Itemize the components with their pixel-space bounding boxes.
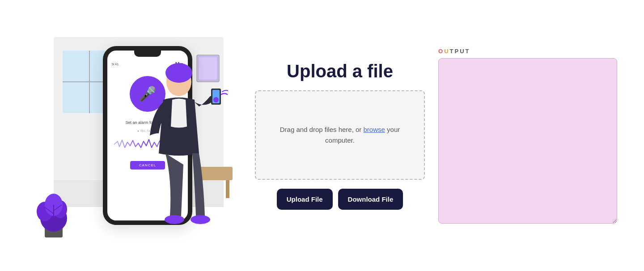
svg-point-23 bbox=[165, 215, 184, 224]
svg-point-24 bbox=[191, 215, 210, 224]
svg-point-22 bbox=[213, 97, 219, 102]
plant-decoration bbox=[36, 185, 72, 238]
browse-link[interactable]: browse bbox=[364, 126, 385, 133]
person-figure bbox=[130, 55, 228, 243]
upload-file-button[interactable]: Upload File bbox=[277, 189, 333, 210]
dropzone-text: Drag and drop files here, or browse your… bbox=[265, 124, 415, 146]
output-label: OUTPUT bbox=[438, 48, 617, 55]
illustration-area: 9:41 ▐▐ ◼ 🎤 Set an alarm for 7:30 am ● Y… bbox=[27, 19, 242, 252]
button-row: Upload File Download File bbox=[277, 189, 403, 210]
upload-title: Upload a file bbox=[287, 61, 393, 81]
download-file-button[interactable]: Download File bbox=[338, 189, 403, 210]
dropzone-text-before: Drag and drop files here, or bbox=[280, 126, 364, 133]
output-area: OUTPUT bbox=[438, 48, 617, 224]
output-textarea[interactable] bbox=[438, 58, 617, 224]
dropzone[interactable]: Drag and drop files here, or browse your… bbox=[255, 90, 425, 180]
upload-area: Upload a file Drag and drop files here, … bbox=[250, 61, 429, 210]
svg-point-19 bbox=[165, 63, 192, 83]
